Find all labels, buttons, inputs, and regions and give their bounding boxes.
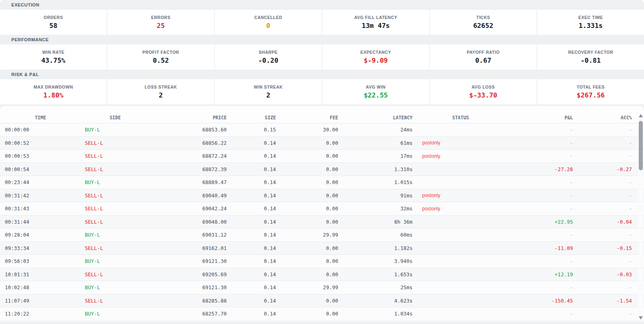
stat-card-cancelled: CANCELLED0 (215, 10, 322, 35)
section-title: PERFORMANCE (11, 37, 49, 42)
scrollbar-thumb[interactable] (639, 121, 643, 170)
column-header-size: SIZE (227, 115, 276, 121)
stat-label: CANCELLED (254, 15, 282, 20)
cell-time: 00:00:54 (0, 166, 81, 172)
cell-pnl: -27.28 (509, 166, 573, 172)
cell-time: 00:31:43 (0, 205, 81, 212)
cell-size: 0.14 (227, 284, 276, 290)
stat-label: WIN RATE (42, 50, 64, 55)
stat-card-win-rate: WIN RATE43.75% (0, 44, 107, 70)
scroll-down-icon[interactable] (639, 316, 643, 320)
section-title: EXECUTION (11, 2, 40, 7)
cell-latency: 1.182s (338, 245, 412, 251)
cell-acc: -1.54 (573, 298, 632, 304)
stat-value: 13m 47s (362, 22, 390, 30)
stat-card-recovery-factor: RECOVERY FACTOR-0.81 (537, 44, 644, 70)
trades-table: TIMESIDEPRICESIZEFEELATENCYSTATUSP&LACC%… (0, 106, 644, 322)
table-row[interactable]: 00:00:52SELL-L68856.220.140.0061msposton… (0, 137, 644, 150)
column-header-status: STATUS (412, 115, 509, 121)
stat-label: MAX DRAWDOWN (34, 85, 73, 89)
table-scrollbar[interactable] (638, 113, 643, 322)
table-row[interactable]: 11:07:49SELL-L68285.880.140.004.623s-150… (0, 294, 644, 308)
stat-card-total-fees: TOTAL FEES$267.56 (537, 79, 644, 104)
stat-value: 0.52 (153, 57, 169, 64)
cell-acc: - (573, 205, 632, 212)
cell-pnl: +12.19 (509, 271, 573, 277)
scroll-up-icon[interactable] (639, 114, 643, 117)
cell-size: 0.14 (227, 232, 276, 238)
cell-latency: 24ms (338, 127, 412, 133)
stat-label: PROFIT FACTOR (143, 50, 179, 55)
cell-pnl: - (509, 232, 573, 238)
table-row[interactable]: 00:00:53SELL-L68872.240.140.0017msposton… (0, 150, 644, 163)
cell-status: postonly (412, 153, 509, 159)
cell-size: 0.14 (227, 193, 276, 199)
cell-latency: 32ms (338, 205, 412, 212)
table-row[interactable]: 09:28:04BUY-L69031.120.1429.9960ms-- (0, 229, 644, 242)
stat-value: 1.331s (579, 22, 603, 30)
table-row[interactable]: 00:00:00BUY-L68853.600.1530.0024ms-- (0, 123, 644, 137)
table-row[interactable]: 09:33:34SELL-L69162.010.140.001.182s-11.… (0, 242, 644, 255)
stat-card-sharpe: SHARPE-0.20 (215, 44, 322, 70)
cell-side: SELL-L (81, 166, 149, 172)
stat-label: EXEC TIME (578, 15, 603, 20)
section-header-execution: EXECUTION (0, 0, 644, 10)
cell-pnl: - (509, 153, 573, 159)
stat-value: 0.67 (475, 57, 491, 64)
section-title: RISK & P&L (11, 72, 39, 77)
stat-label: TICKS (476, 15, 490, 20)
cell-fee: 0.00 (276, 298, 338, 304)
cell-fee: 0.00 (276, 311, 338, 317)
cell-size: 0.14 (227, 258, 276, 264)
cell-latency: 3.940s (338, 258, 412, 264)
cell-pnl: - (509, 140, 573, 146)
cell-latency: 17ms (338, 153, 412, 159)
trades-table-header: TIMESIDEPRICESIZEFEELATENCYSTATUSP&LACC% (0, 112, 644, 123)
stat-card-profit-factor: PROFIT FACTOR0.52 (107, 44, 214, 70)
cell-pnl: - (509, 193, 573, 199)
stat-label: RECOVERY FACTOR (568, 50, 613, 55)
cell-price: 69121.30 (149, 258, 227, 264)
table-row[interactable]: 00:00:54SELL-L68872.390.140.001.310s-27.… (0, 163, 644, 176)
stat-card-loss-streak: LOSS STREAK2 (107, 79, 214, 104)
cell-fee: 0.00 (276, 245, 338, 251)
cell-latency: 61ms (338, 140, 412, 146)
cell-side: BUY-L (81, 127, 149, 133)
cell-pnl: -11.09 (509, 245, 573, 251)
table-row[interactable]: 10:01:31SELL-L69205.690.140.001.653s+12.… (0, 268, 644, 282)
cell-fee: 0.00 (276, 153, 338, 159)
cell-side: BUY-L (81, 232, 149, 238)
stat-card-avg-loss: AVG LOSS$-33.70 (430, 79, 537, 104)
cell-pnl: - (509, 284, 573, 290)
stat-value: $-9.09 (364, 57, 388, 64)
stat-label: EXPECTANCY (360, 50, 391, 55)
stat-label: AVG FILL LATENCY (354, 15, 398, 20)
cell-size: 0.14 (227, 298, 276, 304)
stat-row-execution: ORDERS58ERRORS25CANCELLED0AVG FILL LATEN… (0, 10, 644, 35)
cell-size: 0.14 (227, 271, 276, 277)
table-row[interactable]: 10:02:48BUY-L69121.300.1429.9925ms-- (0, 281, 644, 294)
stat-value: $267.56 (577, 91, 605, 99)
trades-table-body: 00:00:00BUY-L68853.600.1530.0024ms--00:0… (0, 123, 644, 321)
table-row[interactable]: 09:56:03BUY-L69121.300.140.003.940s-- (0, 255, 644, 268)
stat-value: 1.80% (43, 91, 63, 99)
cell-time: 11:07:49 (0, 298, 81, 304)
section-header-performance: PERFORMANCE (0, 35, 644, 44)
stat-value: -0.20 (258, 57, 278, 64)
table-row[interactable]: 11:20:22BUY-L68257.700.140.001.034s-- (0, 307, 644, 321)
table-row[interactable]: 00:31:43SELL-L69042.240.140.0032msposton… (0, 202, 644, 216)
cell-price: 68856.22 (149, 140, 227, 146)
cell-pnl: - (509, 205, 573, 212)
cell-price: 69162.01 (149, 245, 227, 251)
table-row[interactable]: 00:23:44BUY-L68889.470.140.001.015s-- (0, 176, 644, 189)
cell-price: 68285.88 (149, 298, 227, 304)
column-header-acc: ACC% (573, 115, 632, 121)
table-row[interactable]: 00:31:44SELL-L69048.000.140.008h 36m+22.… (0, 216, 644, 229)
table-row[interactable]: 00:31:42SELL-L69040.490.140.0091msposton… (0, 189, 644, 203)
stat-card-avg-fill-latency: AVG FILL LATENCY13m 47s (322, 10, 429, 35)
cell-pnl: - (509, 311, 573, 317)
cell-fee: 29.99 (276, 284, 338, 290)
cell-side: BUY-L (81, 284, 149, 290)
cell-fee: 0.00 (276, 166, 338, 172)
cell-status: postonly (412, 140, 509, 146)
